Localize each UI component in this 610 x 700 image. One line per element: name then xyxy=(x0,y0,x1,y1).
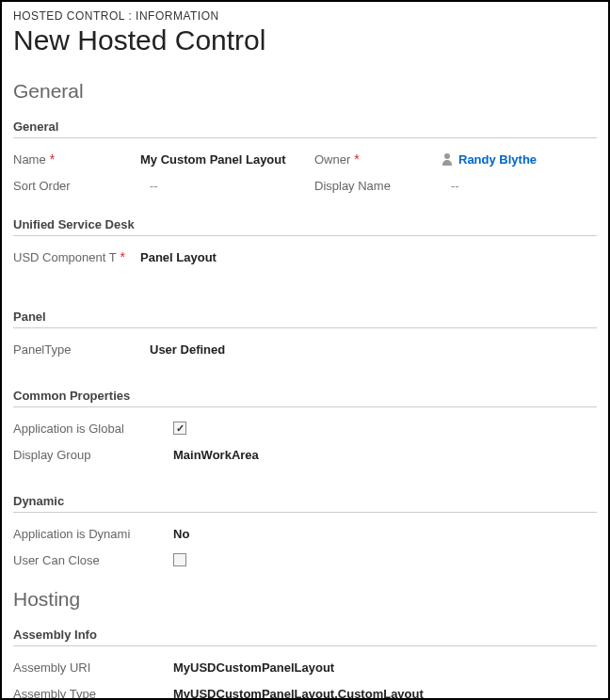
label-display-name: Display Name xyxy=(314,179,391,193)
subgroup-dynamic-heading: Dynamic xyxy=(13,494,597,513)
field-usd-component[interactable]: Panel Layout xyxy=(140,250,597,264)
subgroup-assembly-heading: Assembly Info xyxy=(13,628,597,646)
field-display-group[interactable]: MainWorkArea xyxy=(173,448,597,462)
field-panel-type[interactable]: User Defined xyxy=(150,342,597,357)
subgroup-usd-heading: Unified Service Desk xyxy=(13,217,597,236)
subgroup-panel-heading: Panel xyxy=(13,310,597,328)
field-assembly-uri[interactable]: MyUSDCustomPanelLayout xyxy=(173,660,597,675)
required-marker: * xyxy=(354,151,359,167)
breadcrumb: HOSTED CONTROL : INFORMATION xyxy=(13,9,597,23)
section-hosting-heading: Hosting xyxy=(13,588,597,611)
section-general-heading: General xyxy=(13,80,597,103)
field-app-dynamic[interactable]: No xyxy=(173,527,597,541)
subgroup-general-heading: General xyxy=(13,119,597,138)
label-assembly-type: Assembly Type xyxy=(13,687,96,701)
field-assembly-type[interactable]: MyUSDCustomPanelLayout.CustomLayout xyxy=(173,687,597,701)
label-app-dynamic: Application is Dynami xyxy=(13,527,130,541)
checkbox-user-close[interactable] xyxy=(173,553,186,566)
label-name: Name xyxy=(13,152,46,167)
checkbox-app-global[interactable] xyxy=(173,422,186,435)
field-name[interactable]: My Custom Panel Layout xyxy=(140,152,296,167)
page-title: New Hosted Control xyxy=(13,24,597,56)
label-user-close: User Can Close xyxy=(13,553,100,567)
field-owner[interactable]: Randy Blythe xyxy=(441,152,597,167)
subgroup-common-heading: Common Properties xyxy=(13,389,597,407)
field-app-global[interactable] xyxy=(173,422,597,435)
label-panel-type: PanelType xyxy=(13,342,71,357)
person-icon xyxy=(441,153,454,166)
label-assembly-uri: Assembly URI xyxy=(13,660,90,675)
label-usd-component: USD Component T xyxy=(13,250,117,264)
required-marker: * xyxy=(120,249,125,264)
required-marker: * xyxy=(50,151,55,167)
label-sort-order: Sort Order xyxy=(13,179,71,193)
label-app-global: Application is Global xyxy=(13,422,124,436)
field-display-name[interactable]: -- xyxy=(451,179,597,193)
owner-link[interactable]: Randy Blythe xyxy=(458,152,537,167)
label-owner: Owner xyxy=(314,152,350,167)
label-display-group: Display Group xyxy=(13,448,90,462)
field-user-close[interactable] xyxy=(173,553,597,566)
field-sort-order[interactable]: -- xyxy=(150,179,296,193)
